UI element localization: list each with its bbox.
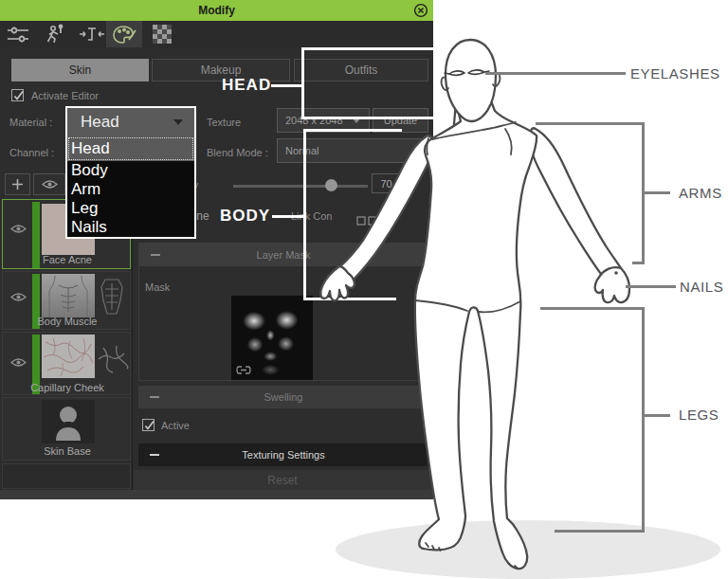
layer-thumbnail-capillary-texture[interactable]: [42, 335, 95, 378]
material-option-nails[interactable]: Nails: [67, 218, 194, 237]
head-callout-bottom-line: [301, 117, 433, 119]
capillary-icon[interactable]: [96, 340, 130, 374]
legs-label: LEGS: [679, 407, 719, 423]
muscle-map-icon[interactable]: [98, 278, 126, 316]
head-callout-pointer-line: [271, 84, 301, 87]
layer-label: Skin Base: [3, 445, 132, 457]
title-bar: Modify: [0, 0, 433, 21]
body-callout-top-line: [303, 129, 402, 132]
layer-mask-header[interactable]: Layer Mask: [139, 244, 428, 266]
head-callout-left-line: [301, 47, 304, 119]
swelling-active-checkbox[interactable]: [142, 419, 155, 431]
adjust-sliders-icon[interactable]: [0, 21, 36, 47]
collapse-icon: [150, 454, 159, 456]
window-title: Modify: [198, 4, 235, 17]
texturing-settings-header[interactable]: Texturing Settings: [138, 443, 428, 466]
collapse-icon: [151, 254, 160, 256]
swelling-header[interactable]: Swelling: [138, 386, 428, 408]
material-option-body[interactable]: Body: [67, 161, 194, 180]
head-callout-top-line: [301, 47, 433, 50]
legs-bracket-spine: [642, 307, 645, 533]
floor-shadow: [336, 520, 720, 579]
layer-thumbnail-skin-base[interactable]: [42, 400, 95, 443]
conform-fit-icon[interactable]: [74, 21, 110, 47]
eye-icon[interactable]: [10, 292, 27, 302]
link-squares-icon[interactable]: [356, 216, 377, 226]
arms-bracket-top: [536, 122, 644, 125]
body-callout-label: BODY: [220, 207, 270, 226]
mask-label: Mask: [145, 281, 170, 293]
body-callout-pointer-line: [272, 215, 303, 218]
channel-label: Channel :: [9, 147, 54, 158]
arms-bracket-foot: [632, 262, 644, 264]
panel-bottom-strip: [0, 490, 433, 499]
pose-pin-icon[interactable]: [38, 21, 74, 47]
texture-label: Texture: [207, 117, 241, 128]
layer-mask-section: Layer Mask Mask: [138, 243, 428, 381]
material-label: Material :: [9, 117, 52, 128]
legs-pointer-tick: [644, 414, 670, 417]
material-dropdown-open[interactable]: Head Head Body Arm Leg Nails: [65, 106, 196, 239]
add-layer-button[interactable]: [5, 173, 30, 195]
opacity-slider-track[interactable]: [233, 185, 368, 188]
eye-icon: [42, 179, 58, 190]
layer-item-body-muscle[interactable]: Body Muscle: [2, 271, 131, 330]
opacity-slider-thumb[interactable]: [325, 179, 337, 191]
chain-link-icon[interactable]: [236, 365, 251, 375]
material-option-leg[interactable]: Leg: [67, 199, 194, 218]
eye-icon[interactable]: [10, 224, 27, 234]
mask-thumbnail[interactable]: [231, 296, 313, 380]
checker-texture-icon[interactable]: [144, 21, 180, 47]
layer-label: Capillary Cheek: [3, 382, 132, 393]
activate-editor-label: Activate Editor: [31, 90, 99, 101]
opacity-value-field[interactable]: 70: [372, 173, 401, 193]
tab-outfits[interactable]: Outfits: [294, 59, 428, 81]
reset-button[interactable]: Reset: [134, 470, 431, 491]
layer-thumbnail-torso-photo[interactable]: [42, 274, 95, 317]
eyelashes-pointer-line: [485, 72, 626, 75]
activate-editor-checkbox[interactable]: [11, 89, 24, 101]
head-callout-label: HEAD: [222, 76, 271, 95]
layer-visibility-button[interactable]: [33, 173, 65, 195]
nails-pointer-line: [626, 285, 676, 288]
body-callout-bottom-line: [303, 298, 396, 300]
layer-list-empty-slot: [2, 463, 131, 489]
tab-skin[interactable]: Skin: [11, 59, 149, 81]
blend-mode-label: Blend Mode :: [207, 147, 268, 158]
material-option-head[interactable]: Head: [67, 136, 194, 161]
material-dropdown-value[interactable]: Head: [67, 108, 194, 136]
layer-item-capillary-cheek[interactable]: Capillary Cheek: [2, 332, 131, 395]
close-icon[interactable]: [413, 3, 428, 18]
eyelashes-label: EYELASHES: [630, 65, 720, 81]
arms-label: ARMS: [679, 185, 722, 201]
body-callout-left-line: [303, 129, 306, 300]
legs-bracket-top: [540, 307, 645, 310]
modify-panel: Modify: [0, 0, 433, 499]
bust-silhouette-icon: [52, 403, 84, 441]
layer-item-skin-base[interactable]: Skin Base: [2, 397, 131, 461]
layer-label: Face Acne: [3, 254, 132, 265]
legs-bracket-bottom: [555, 530, 645, 533]
eye-icon[interactable]: [10, 357, 27, 368]
layer-label: Body Muscle: [3, 316, 132, 327]
hand-mole: [614, 271, 618, 275]
material-option-arm[interactable]: Arm: [67, 180, 194, 199]
blend-mode-dropdown[interactable]: Normal: [277, 138, 428, 163]
swelling-active-label: Active: [161, 420, 190, 431]
paint-palette-icon[interactable]: [106, 21, 142, 47]
arms-pointer-tick: [644, 191, 670, 194]
collapse-icon: [150, 396, 159, 398]
toolbar: [0, 21, 433, 47]
chevron-down-icon: [173, 119, 183, 125]
nails-label: NAILS: [680, 279, 723, 295]
